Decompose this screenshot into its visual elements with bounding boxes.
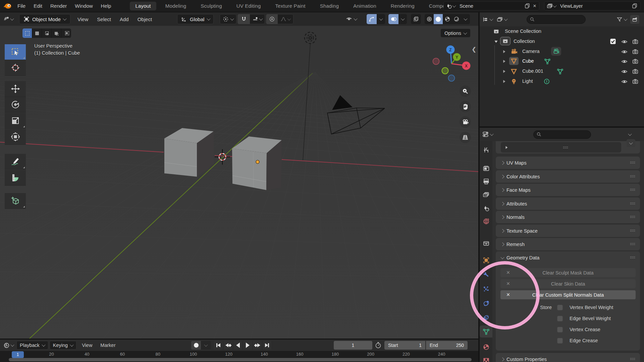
options-button[interactable]: Options bbox=[440, 28, 471, 38]
timeline-scrollbar[interactable] bbox=[9, 358, 472, 361]
snap-toggle[interactable] bbox=[238, 14, 250, 24]
properties-tab-particles[interactable] bbox=[480, 283, 492, 295]
proportional-toggle[interactable] bbox=[266, 14, 278, 24]
workspace-tab-rendering[interactable]: Rendering bbox=[385, 2, 420, 10]
workspace-tab-animation[interactable]: Animation bbox=[348, 2, 382, 10]
properties-tab-world[interactable] bbox=[480, 215, 492, 227]
outliner-display-mode[interactable] bbox=[482, 16, 493, 23]
properties-tab-texture[interactable] bbox=[480, 355, 492, 362]
button-clear-custom-split-normals-data[interactable]: ×Clear Custom Split Normals Data bbox=[500, 290, 636, 299]
pivot-dropdown[interactable] bbox=[220, 14, 236, 24]
editor-type-button[interactable] bbox=[3, 16, 13, 22]
properties-tab-collection[interactable] bbox=[480, 237, 492, 249]
previous-keyframe-button[interactable] bbox=[223, 341, 233, 350]
next-keyframe-button[interactable] bbox=[253, 341, 262, 350]
workspace-tab-layout[interactable]: Layout bbox=[130, 2, 156, 10]
tool-annotate[interactable] bbox=[5, 154, 26, 170]
gizmo-axis-x-neg[interactable] bbox=[433, 58, 440, 65]
tool-transform[interactable] bbox=[5, 129, 26, 145]
tool-measure[interactable] bbox=[5, 170, 26, 186]
checkbox-edge-crease[interactable] bbox=[557, 338, 563, 344]
eye-toggle-icon[interactable] bbox=[621, 78, 628, 85]
gizmos-dropdown[interactable] bbox=[377, 14, 385, 24]
gizmo-axis-y[interactable]: Y bbox=[453, 53, 461, 61]
scene-name[interactable]: Scene bbox=[457, 3, 476, 9]
outliner-row-collection[interactable]: Collection bbox=[480, 37, 644, 46]
tool-add-cube[interactable] bbox=[5, 193, 26, 209]
panel-texture-space[interactable]: Texture Space bbox=[496, 225, 640, 237]
panel-normals[interactable]: Normals bbox=[496, 211, 640, 223]
overlays-toggle[interactable] bbox=[388, 14, 398, 24]
gizmo-axis-x[interactable]: X bbox=[462, 62, 471, 70]
outliner-row-scene-collection[interactable]: Scene Collection bbox=[480, 27, 644, 36]
menu-window[interactable]: Window bbox=[71, 0, 97, 12]
tool-move[interactable] bbox=[5, 81, 26, 97]
properties-search[interactable] bbox=[533, 130, 591, 139]
button-clear-sculpt-mask-data[interactable]: ×Clear Sculpt Mask Data bbox=[500, 268, 636, 277]
select-mode-paint[interactable] bbox=[61, 28, 71, 38]
viewport-menu-select[interactable]: Select bbox=[93, 12, 115, 26]
expand-arrow[interactable] bbox=[503, 50, 505, 53]
vertex-groups-panel-stub[interactable] bbox=[496, 141, 640, 154]
pan-button[interactable] bbox=[460, 101, 471, 112]
eye-toggle-icon[interactable] bbox=[621, 48, 628, 55]
gizmos-toggle[interactable] bbox=[367, 14, 377, 24]
scene-selector[interactable]: Scene × bbox=[443, 1, 539, 10]
workspace-tab-uv-editing[interactable]: UV Editing bbox=[231, 2, 266, 10]
properties-editor-type[interactable] bbox=[482, 131, 493, 138]
snap-target-dropdown[interactable] bbox=[250, 14, 265, 24]
frame-end-field[interactable]: End 250 bbox=[426, 341, 468, 350]
outliner-row-cube[interactable]: Cube bbox=[480, 57, 644, 66]
viewlayer-name[interactable]: ViewLayer bbox=[557, 3, 585, 9]
properties-tab-output[interactable] bbox=[480, 175, 492, 187]
select-mode-circle[interactable] bbox=[42, 28, 52, 38]
properties-tab-physics[interactable] bbox=[480, 297, 492, 309]
panel-color-attributes[interactable]: Color Attributes bbox=[496, 170, 640, 183]
properties-tab-data[interactable] bbox=[480, 325, 492, 338]
menu-render[interactable]: Render bbox=[46, 0, 71, 12]
camera-toggle-icon[interactable] bbox=[632, 58, 639, 65]
expand-arrow[interactable] bbox=[503, 70, 505, 73]
properties-tab-object[interactable] bbox=[480, 254, 492, 266]
checkbox-vertex-bevel-weight[interactable] bbox=[557, 305, 563, 310]
panel-attributes[interactable]: Attributes bbox=[496, 197, 640, 210]
shading-solid-button[interactable] bbox=[434, 14, 443, 24]
unlink-scene-icon[interactable]: × bbox=[533, 3, 536, 9]
camera-toggle-icon[interactable] bbox=[632, 38, 639, 45]
tool-select-box[interactable] bbox=[5, 44, 26, 60]
exclude-checkbox[interactable] bbox=[610, 38, 616, 45]
geometry-data-header[interactable]: Geometry Data bbox=[496, 251, 640, 264]
select-mode-tweak[interactable] bbox=[22, 28, 32, 38]
outliner-row-cube-001[interactable]: Cube.001 bbox=[480, 67, 644, 76]
panel-remesh[interactable]: Remesh bbox=[496, 238, 640, 250]
gizmo-axis-z-neg[interactable] bbox=[448, 75, 455, 82]
select-mode-box[interactable] bbox=[32, 28, 42, 38]
shading-rendered-button[interactable] bbox=[452, 14, 461, 24]
proportional-edit-group[interactable] bbox=[266, 14, 293, 24]
ortho-toggle-button[interactable] bbox=[460, 132, 471, 143]
timeline-menu-keying[interactable]: Keying bbox=[50, 341, 76, 350]
copy-viewlayer-icon[interactable] bbox=[632, 3, 637, 8]
shading-wireframe-button[interactable] bbox=[425, 14, 434, 24]
outliner-filter-dropdown[interactable] bbox=[616, 16, 627, 22]
properties-tab-modifiers[interactable] bbox=[480, 268, 492, 281]
current-frame-field[interactable]: 1 bbox=[334, 341, 372, 350]
select-mode-lasso[interactable] bbox=[52, 28, 61, 38]
expand-arrow[interactable] bbox=[503, 60, 505, 63]
camera-toggle-icon[interactable] bbox=[632, 48, 639, 55]
timeline-editor-type[interactable] bbox=[3, 342, 14, 349]
menu-file[interactable]: File bbox=[13, 0, 30, 12]
menu-edit[interactable]: Edit bbox=[30, 0, 46, 12]
checkbox-vertex-crease[interactable] bbox=[557, 327, 563, 333]
checkbox-edge-bevel-weight[interactable] bbox=[557, 316, 563, 321]
outliner-row-light[interactable]: Light bbox=[480, 77, 644, 86]
mode-dropdown[interactable]: Object Mode bbox=[19, 14, 70, 24]
viewport-editor[interactable]: Object Mode ViewSelectAddObject Global bbox=[0, 12, 478, 339]
eye-toggle-icon[interactable] bbox=[621, 58, 628, 65]
overlays-dropdown[interactable] bbox=[398, 14, 407, 24]
properties-tab-render[interactable] bbox=[480, 162, 492, 174]
viewport-menu-view[interactable]: View bbox=[73, 12, 93, 26]
viewlayer-selector[interactable]: ViewLayer bbox=[544, 1, 641, 10]
expand-arrow[interactable] bbox=[503, 80, 505, 83]
proportional-falloff-dropdown[interactable] bbox=[278, 14, 293, 24]
